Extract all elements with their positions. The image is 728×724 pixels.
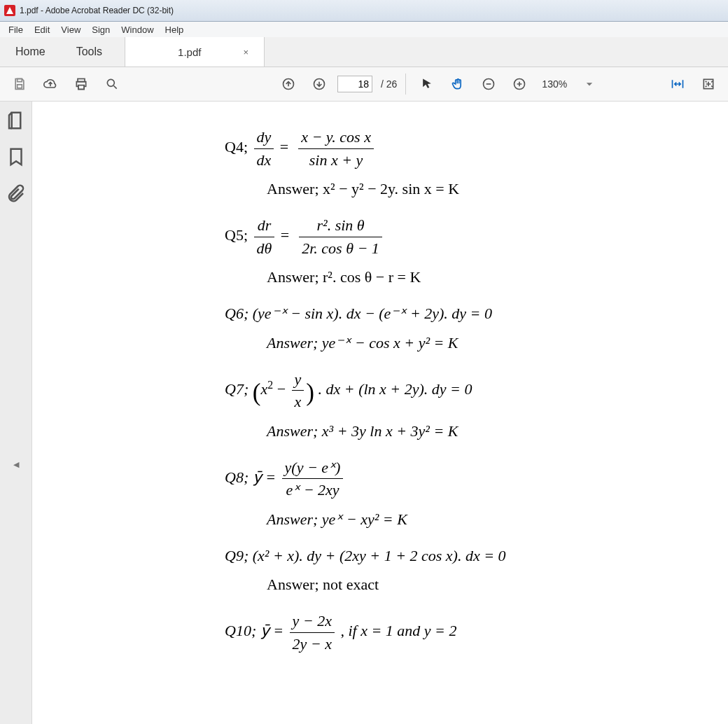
tab-home[interactable]: Home [0, 37, 61, 67]
fit-width-icon[interactable] [665, 71, 690, 97]
document-content: Q4; dydx = x − y. cos xsin x + y Answer;… [225, 123, 715, 658]
q8-answer: Answer; yeˣ − xy² = K [267, 509, 715, 530]
svg-point-4 [107, 79, 114, 86]
menu-view[interactable]: View [55, 23, 86, 36]
page-down-icon[interactable] [307, 71, 332, 97]
tab-bar: Home Tools 1.pdf × [0, 37, 728, 67]
zoom-out-icon[interactable] [476, 71, 501, 97]
svg-rect-0 [18, 79, 22, 82]
attachment-icon[interactable] [6, 183, 27, 204]
fit-page-icon[interactable] [696, 71, 721, 97]
q8-label: Q8; ȳ = [225, 468, 280, 486]
tab-document-label: 1.pdf [178, 46, 201, 58]
separator [405, 74, 406, 95]
menu-help[interactable]: Help [160, 23, 190, 36]
svg-rect-1 [18, 85, 22, 88]
page-up-icon[interactable] [276, 71, 301, 97]
q7-equation: Q7; (x2 − yx) . dx + (ln x + 2y). dy = 0 [225, 369, 715, 412]
window-title: 1.pdf - Adobe Acrobat Reader DC (32-bit) [20, 6, 174, 15]
q4-answer: Answer; x² − y² − 2y. sin x = K [267, 179, 715, 200]
content-area: ◀ Q4; dydx = x − y. cos xsin x + y Answe… [0, 102, 728, 724]
tab-tools[interactable]: Tools [61, 37, 118, 67]
menu-window[interactable]: Window [115, 23, 159, 36]
cloud-upload-icon[interactable] [38, 71, 63, 97]
navigation-pane: ◀ [0, 102, 32, 724]
q7-answer: Answer; x³ + 3y ln x + 3y² = K [267, 421, 715, 442]
menu-sign[interactable]: Sign [86, 23, 115, 36]
q4-equation: Q4; dydx = x − y. cos xsin x + y [225, 127, 715, 170]
expand-pane-icon[interactable]: ◀ [11, 450, 21, 478]
menu-file[interactable]: File [3, 23, 29, 36]
menu-edit[interactable]: Edit [29, 23, 55, 36]
toolbar: / 26 130% [0, 67, 728, 102]
tab-document[interactable]: 1.pdf × [125, 37, 265, 67]
svg-rect-3 [78, 85, 84, 90]
titlebar: 1.pdf - Adobe Acrobat Reader DC (32-bit) [0, 0, 728, 22]
page-view[interactable]: Q4; dydx = x − y. cos xsin x + y Answer;… [32, 102, 728, 724]
menubar: File Edit View Sign Window Help [0, 22, 728, 37]
selection-tool-icon[interactable] [414, 71, 440, 97]
q5-label: Q5; [225, 226, 248, 244]
zoom-in-icon[interactable] [507, 71, 532, 97]
q5-answer: Answer; r². cos θ − r = K [267, 267, 715, 288]
tab-close-button[interactable]: × [240, 46, 251, 59]
thumbnails-icon[interactable] [6, 110, 27, 131]
bookmark-icon[interactable] [6, 146, 27, 167]
search-icon[interactable] [99, 71, 125, 97]
q10-equation: Q10; ȳ = y − 2x2y − x , if x = 1 and y =… [225, 611, 715, 654]
q6-equation: Q6; (ye⁻ˣ − sin x). dx − (e⁻ˣ + 2y). dy … [225, 303, 715, 324]
q9-equation: Q9; (x² + x). dy + (2xy + 1 + 2 cos x). … [225, 545, 715, 566]
q10-label: Q10; ȳ = [225, 622, 288, 639]
page-total: / 26 [381, 78, 397, 90]
q7-label: Q7; [225, 380, 253, 398]
page-number-input[interactable] [337, 76, 372, 92]
q9-answer: Answer; not exact [267, 574, 715, 595]
hand-tool-icon[interactable] [445, 71, 470, 97]
zoom-dropdown-icon[interactable] [577, 71, 602, 97]
app-icon [4, 5, 15, 16]
q5-equation: Q5; drdθ = r². sin θ2r. cos θ − 1 [225, 215, 715, 258]
zoom-level: 130% [542, 78, 567, 90]
q6-answer: Answer; ye⁻ˣ − cos x + y² = K [267, 333, 715, 354]
save-icon[interactable] [7, 71, 32, 97]
print-icon[interactable] [69, 71, 94, 97]
q4-label: Q4; [225, 138, 248, 155]
q8-equation: Q8; ȳ = y(y − eˣ)eˣ − 2xy [225, 457, 715, 501]
